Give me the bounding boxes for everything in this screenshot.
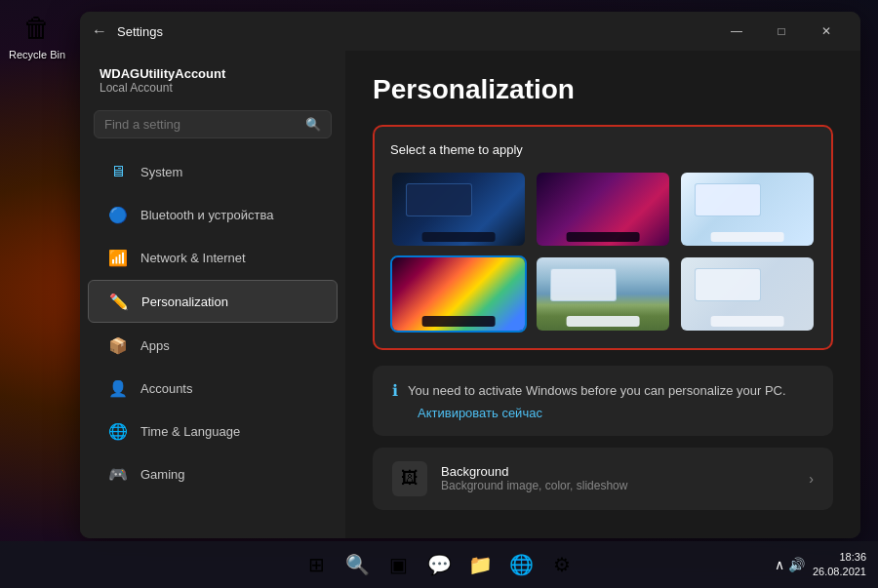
window-controls: — □ ✕ (714, 16, 849, 47)
settings-window: ← Settings — □ ✕ WDAGUtilityAccount Loca… (80, 12, 860, 538)
sidebar-item-gaming[interactable]: 🎮 Gaming (88, 453, 338, 494)
search-icon: 🔍 (305, 117, 321, 132)
clock-date: 26.08.2021 (813, 565, 866, 579)
background-setting-row[interactable]: 🖼 Background Background image, color, sl… (373, 448, 833, 510)
theme-card-dark-blue[interactable] (390, 171, 527, 248)
background-row-subtitle: Background image, color, slideshow (441, 479, 809, 492)
theme-card-light-blue[interactable] (679, 171, 816, 248)
sidebar: WDAGUtilityAccount Local Account 🔍 🖥 Sys… (80, 51, 345, 538)
taskbar-search-button[interactable]: 🔍 (339, 547, 375, 582)
taskbar-clock[interactable]: 18:36 26.08.2021 (813, 550, 866, 580)
system-tray: ∧ 🔊 (775, 557, 805, 572)
theme-card-purple-pink[interactable] (535, 171, 671, 248)
sidebar-item-personalization[interactable]: ✏️ Personalization (88, 280, 338, 323)
network-icon: 📶 (107, 247, 129, 268)
search-box[interactable]: 🔍 (94, 110, 332, 138)
background-row-text: Background Background image, color, slid… (441, 464, 809, 492)
personalization-icon: ✏️ (108, 291, 130, 312)
sidebar-item-bluetooth-label: Bluetooth и устройства (140, 208, 273, 222)
recycle-bin[interactable]: 🗑 Recycle Bin (8, 8, 66, 60)
page-title: Personalization (373, 74, 833, 105)
teams-button[interactable]: 💬 (421, 547, 457, 582)
background-row-title: Background (441, 464, 809, 479)
search-input[interactable] (104, 117, 305, 132)
title-bar: ← Settings — □ ✕ (80, 12, 860, 51)
taskbar: ⊞ 🔍 ▣ 💬 📁 🌐 ⚙ ∧ 🔊 18:36 26.08.2021 (0, 541, 878, 588)
info-icon: ℹ (392, 381, 398, 400)
maximize-button[interactable]: □ (759, 16, 804, 47)
time-language-icon: 🌐 (107, 420, 129, 442)
task-view-button[interactable]: ▣ (380, 547, 416, 582)
activation-notice: ℹ You need to activate Windows before yo… (373, 366, 833, 436)
content-area: WDAGUtilityAccount Local Account 🔍 🖥 Sys… (80, 51, 860, 538)
sidebar-item-system[interactable]: 🖥 System (88, 151, 338, 192)
main-content: Personalization Select a theme to apply (345, 51, 860, 538)
gaming-icon: 🎮 (107, 463, 129, 485)
theme-card-colorful[interactable] (390, 255, 527, 333)
sidebar-item-apps-label: Apps (140, 338, 170, 353)
theme-grid (390, 171, 816, 333)
taskbar-right: ∧ 🔊 18:36 26.08.2021 (775, 550, 866, 580)
theme-card-light-minimal[interactable] (679, 255, 816, 333)
apps-icon: 📦 (107, 334, 129, 356)
sidebar-item-system-label: System (140, 165, 182, 179)
chevron-right-icon: › (809, 471, 814, 487)
sidebar-item-apps[interactable]: 📦 Apps (88, 325, 338, 366)
theme-section: Select a theme to apply (373, 125, 833, 350)
bluetooth-icon: 🔵 (107, 204, 129, 225)
system-icon: 🖥 (107, 161, 129, 182)
window-title: Settings (117, 24, 714, 39)
sidebar-item-network[interactable]: 📶 Network & Internet (88, 237, 338, 278)
sidebar-item-accounts-label: Accounts (140, 381, 192, 396)
sidebar-item-accounts[interactable]: 👤 Accounts (88, 368, 338, 409)
theme-card-landscape[interactable] (535, 255, 671, 333)
sidebar-item-network-label: Network & Internet (140, 251, 246, 265)
settings-button[interactable]: ⚙ (544, 547, 579, 582)
chevron-up-icon[interactable]: ∧ (775, 557, 784, 572)
activation-link[interactable]: Активировать сейчас (418, 406, 814, 420)
sidebar-item-personalization-label: Personalization (141, 294, 228, 309)
user-name: WDAGUtilityAccount (100, 66, 326, 81)
accounts-icon: 👤 (107, 377, 129, 399)
theme-section-title: Select a theme to apply (390, 142, 816, 157)
user-role: Local Account (100, 81, 326, 95)
file-explorer-button[interactable]: 📁 (462, 547, 498, 582)
volume-icon[interactable]: 🔊 (788, 557, 805, 572)
edge-button[interactable]: 🌐 (503, 547, 539, 582)
minimize-button[interactable]: — (714, 16, 759, 47)
clock-time: 18:36 (813, 550, 866, 565)
sidebar-item-time-language[interactable]: 🌐 Time & Language (88, 411, 338, 451)
sidebar-item-bluetooth[interactable]: 🔵 Bluetooth и устройства (88, 194, 338, 235)
background-icon: 🖼 (392, 461, 427, 496)
recycle-bin-icon: 🗑 (18, 8, 57, 47)
windows-start-button[interactable]: ⊞ (299, 547, 334, 582)
recycle-bin-label: Recycle Bin (9, 49, 65, 60)
close-button[interactable]: ✕ (804, 16, 849, 47)
activation-row: ℹ You need to activate Windows before yo… (392, 381, 814, 400)
activation-text: You need to activate Windows before you … (408, 383, 786, 398)
sidebar-item-time-language-label: Time & Language (140, 424, 240, 439)
back-button[interactable]: ← (92, 22, 107, 40)
taskbar-center: ⊞ 🔍 ▣ 💬 📁 🌐 ⚙ (299, 547, 579, 582)
sidebar-item-gaming-label: Gaming (140, 467, 185, 482)
user-section: WDAGUtilityAccount Local Account (80, 51, 345, 106)
